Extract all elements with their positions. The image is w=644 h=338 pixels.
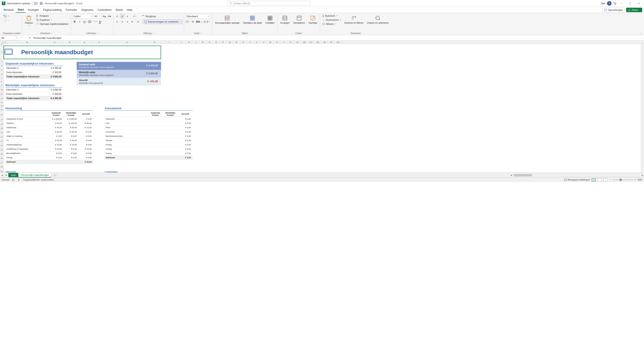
display-settings-button[interactable]: Weergave-instellingen	[564, 179, 590, 181]
borders-button[interactable]: ▾	[88, 20, 92, 24]
row-header[interactable]: 28	[0, 165, 4, 169]
search-input[interactable]: Zoeken (Alt+Q)	[227, 1, 311, 6]
col-header[interactable]: AG	[335, 41, 342, 44]
col-header[interactable]: O	[213, 41, 220, 44]
cut-button[interactable]: Knippen	[35, 14, 70, 18]
col-header[interactable]: V	[260, 41, 267, 44]
underline-button[interactable]: U▾	[83, 20, 87, 24]
col-header[interactable]: C	[47, 41, 62, 44]
enter-formula-button[interactable]: ✓	[23, 36, 28, 40]
row-header[interactable]: 29	[0, 169, 4, 172]
dialog-launcher-icon[interactable]: ⤢	[51, 32, 52, 34]
row-header[interactable]: 7	[0, 76, 4, 81]
autosave-toggle[interactable]: Automatisch opslaan	[7, 2, 38, 5]
row-header[interactable]: 6	[0, 72, 4, 76]
row-header[interactable]: 27	[0, 161, 4, 165]
view-normal-button[interactable]	[592, 178, 596, 182]
pen-icon[interactable]	[613, 2, 616, 5]
name-box[interactable]: B2▾	[0, 36, 18, 40]
row-header[interactable]: 11	[0, 92, 4, 96]
row-header[interactable]: 22	[0, 139, 4, 143]
col-header[interactable]: U	[254, 41, 260, 44]
toggle-switch[interactable]	[32, 2, 38, 5]
vertical-scrollbar[interactable]	[641, 44, 644, 172]
merge-center-button[interactable]: Samenvoegen en centreren▾	[143, 20, 182, 24]
comments-button[interactable]: Opmerkingen	[602, 8, 625, 12]
col-header[interactable]: E	[77, 41, 92, 44]
conditional-formatting-button[interactable]: Voorwaardelijke opmaak	[214, 14, 241, 25]
align-left-button[interactable]: ≡	[115, 20, 119, 24]
row-header[interactable]: 23	[0, 143, 4, 148]
row-header[interactable]: 15	[0, 108, 4, 112]
row-header[interactable]: 26	[0, 156, 4, 161]
sort-filter-button[interactable]: Sorteren en filteren	[343, 14, 365, 25]
formula-expand-button[interactable]: ⌄	[640, 37, 644, 39]
row-header[interactable]: 9	[0, 83, 4, 88]
tab-split-handle[interactable]: ⋮	[505, 174, 510, 177]
align-middle-button[interactable]: ≡	[120, 14, 124, 19]
row-header[interactable]: 24	[0, 148, 4, 152]
sheet-tab-start[interactable]: Start	[8, 173, 18, 177]
font-color-button[interactable]: A▾	[98, 20, 103, 24]
clear-button[interactable]: Wissen▾	[322, 22, 342, 26]
col-header[interactable]: X	[274, 41, 280, 44]
row-header[interactable]: 18	[0, 122, 4, 126]
row-header[interactable]: 13	[0, 101, 4, 105]
row-header[interactable]: 16	[0, 112, 4, 118]
view-page-break-button[interactable]	[604, 178, 608, 182]
accounting-format-button[interactable]: ▾	[186, 20, 190, 24]
format-painter-button[interactable]: Opmaak kopiëren/plakken	[35, 22, 70, 26]
font-size-select[interactable]: 40▾	[94, 14, 102, 19]
hscroll-left[interactable]: ◀	[510, 174, 513, 176]
menu-gegevens[interactable]: Gegevens	[80, 8, 96, 13]
sheet-tab-budget[interactable]: Persoonlijk maandbudget	[18, 173, 51, 177]
align-bottom-button[interactable]: ≡	[125, 14, 130, 19]
accessibility-icon[interactable]	[17, 179, 20, 181]
col-header[interactable]: P	[220, 41, 226, 44]
col-header[interactable]: B	[7, 41, 47, 44]
wrap-text-button[interactable]: Terugloop	[140, 15, 157, 18]
horizontal-scrollbar[interactable]	[514, 174, 640, 177]
fill-color-button[interactable]: ▾	[93, 20, 98, 24]
ribbon-collapse-button[interactable]: ⌄	[639, 31, 643, 35]
minimize-button[interactable]: ─	[618, 1, 625, 6]
save-icon[interactable]	[40, 2, 43, 5]
col-header[interactable]: W	[267, 41, 274, 44]
increase-indent-button[interactable]: ⇥	[136, 20, 140, 24]
col-header[interactable]: AD	[314, 41, 321, 44]
row-header[interactable]: 10	[0, 88, 4, 92]
delete-cells-button[interactable]: Verwijderen	[292, 14, 306, 25]
row-header[interactable]: 1	[0, 44, 4, 46]
percent-button[interactable]: %	[190, 20, 195, 24]
redo-button[interactable]: ▾	[3, 19, 10, 23]
add-sheet-button[interactable]: +	[53, 173, 57, 177]
copy-button[interactable]: Kopiëren▾	[35, 18, 70, 22]
col-header[interactable]: D	[62, 41, 77, 44]
menu-beeld[interactable]: Beeld	[114, 8, 124, 13]
menu-pagina-indeling[interactable]: Pagina-indeling	[41, 8, 64, 13]
orientation-button[interactable]: ⤢▾	[132, 14, 137, 19]
col-header[interactable]: H	[147, 41, 162, 44]
worksheet-grid[interactable]: Persoonlijk maandbudget Geplande maandel…	[4, 44, 641, 172]
col-header[interactable]: T	[247, 41, 254, 44]
menu-invoegen[interactable]: Invoegen	[26, 8, 40, 13]
zoom-out-button[interactable]: −	[609, 179, 610, 181]
format-as-table-button[interactable]: Opmaken als tabel	[242, 14, 263, 25]
menu-controleren[interactable]: Controleren	[96, 8, 114, 13]
col-header[interactable]: AC	[308, 41, 314, 44]
col-header[interactable]: AE	[321, 41, 328, 44]
row-header[interactable]: 19	[0, 126, 4, 131]
hscroll-thumb[interactable]	[514, 174, 532, 176]
cell-styles-button[interactable]: Celstijlen	[264, 14, 276, 25]
avatar[interactable]: S	[607, 1, 612, 6]
row-header[interactable]: 5	[0, 68, 4, 72]
hscroll-right[interactable]: ▶	[641, 174, 644, 176]
menu-help[interactable]: Help	[125, 8, 134, 13]
bold-button[interactable]: B	[72, 20, 77, 24]
tab-nav-prev[interactable]: ◀	[0, 174, 4, 176]
row-header[interactable]: 20	[0, 131, 4, 135]
col-header[interactable]: AB	[301, 41, 308, 44]
col-header[interactable]: Y	[280, 41, 288, 44]
col-header[interactable]: R	[233, 41, 240, 44]
col-header[interactable]: J	[177, 41, 186, 44]
